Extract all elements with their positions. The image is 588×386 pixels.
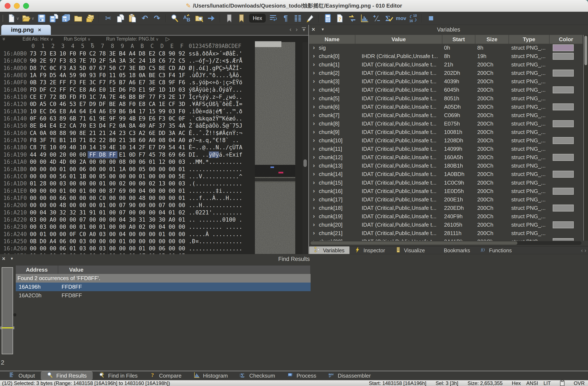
- hex-byte[interactable]: DF: [38, 86, 48, 93]
- hex-byte[interactable]: 00: [137, 231, 147, 238]
- hex-byte[interactable]: 05: [137, 166, 147, 173]
- hex-byte[interactable]: 56: [58, 173, 68, 180]
- undo-icon[interactable]: ↶: [140, 13, 150, 23]
- hex-byte[interactable]: 00: [48, 252, 58, 254]
- hex-byte[interactable]: D8: [98, 151, 107, 158]
- hex-byte[interactable]: 00: [137, 180, 147, 187]
- variable-row[interactable]: ›chunk[0]IHDR (Critical,Public,Unsafe t.…: [309, 52, 583, 61]
- cut-icon[interactable]: ✂: [103, 13, 113, 23]
- hex-byte[interactable]: 07: [88, 64, 98, 72]
- hex-ascii[interactable]: .ìÖè¤dä¦é¶´..™.ð: [189, 108, 242, 115]
- hex-byte[interactable]: 01: [68, 245, 78, 252]
- hex-ascii[interactable]: .......... .....: [189, 223, 242, 230]
- column-header-color[interactable]: Color: [549, 35, 583, 44]
- hex-byte[interactable]: 00: [68, 158, 78, 166]
- hex-byte[interactable]: 21: [117, 137, 127, 144]
- hex-byte[interactable]: 1A: [28, 72, 38, 79]
- hex-byte[interactable]: 01: [117, 238, 127, 245]
- hex-byte[interactable]: 00: [48, 180, 58, 187]
- hex-byte[interactable]: 00: [68, 180, 78, 187]
- hex-byte[interactable]: 9F: [108, 115, 117, 122]
- hex-byte[interactable]: 0A: [117, 122, 127, 129]
- hex-byte[interactable]: 00: [108, 209, 117, 216]
- hex-byte[interactable]: 04: [38, 209, 48, 216]
- hex-byte[interactable]: F7: [137, 151, 147, 158]
- convert-10-16-icon[interactable]: 1016: [408, 13, 418, 23]
- run-template-play-button[interactable]: ▷: [166, 36, 170, 42]
- hex-byte[interactable]: E4: [88, 108, 98, 115]
- hex-byte[interactable]: 00: [28, 194, 38, 202]
- hex-byte[interactable]: E7: [38, 93, 48, 101]
- hex-byte[interactable]: 67: [98, 64, 107, 72]
- hex-byte[interactable]: 00: [167, 158, 177, 166]
- hex-byte[interactable]: 46: [58, 101, 68, 108]
- copy-icon[interactable]: [115, 13, 126, 23]
- hex-byte[interactable]: 45: [147, 151, 157, 158]
- hex-byte[interactable]: C8: [28, 144, 38, 151]
- hex-byte[interactable]: FF: [58, 79, 68, 86]
- hex-byte[interactable]: 00: [167, 194, 177, 202]
- hex-byte[interactable]: C0: [78, 231, 88, 238]
- hex-byte[interactable]: 01: [177, 216, 187, 223]
- hex-byte[interactable]: 90: [28, 57, 38, 64]
- hex-byte[interactable]: 38: [127, 137, 137, 144]
- hex-byte[interactable]: 03: [58, 180, 68, 187]
- panel-tab-visualize[interactable]: Visualize: [390, 246, 430, 254]
- hex-byte[interactable]: CA: [68, 122, 78, 129]
- scroll-tabs-left-icon[interactable]: ‹: [581, 247, 583, 254]
- expand-icon[interactable]: ›: [313, 154, 315, 160]
- hex-byte[interactable]: 66: [177, 151, 187, 158]
- hex-byte[interactable]: 63: [48, 115, 58, 122]
- edit-as-dropdown[interactable]: Edit As: Hex ∨: [22, 36, 53, 42]
- hex-byte[interactable]: 12: [157, 158, 167, 166]
- hex-byte[interactable]: 00: [48, 202, 58, 209]
- hex-byte[interactable]: 00: [38, 158, 48, 166]
- hex-byte[interactable]: 78: [98, 50, 107, 57]
- hex-byte[interactable]: 00: [98, 158, 107, 166]
- hex-byte[interactable]: 83: [68, 57, 78, 64]
- hex-byte[interactable]: 03: [98, 245, 107, 252]
- expand-icon[interactable]: ›: [313, 95, 315, 102]
- hex-byte[interactable]: 4A: [58, 72, 68, 79]
- hex-byte[interactable]: 66: [58, 194, 68, 202]
- hex-byte[interactable]: 90: [78, 72, 88, 79]
- hex-byte[interactable]: 00: [98, 187, 107, 194]
- hex-byte[interactable]: 05: [98, 173, 107, 180]
- hex-byte[interactable]: 01: [137, 245, 147, 252]
- hex-byte[interactable]: 8E: [28, 122, 38, 129]
- hex-byte[interactable]: 08: [117, 158, 127, 166]
- hex-byte[interactable]: 24: [108, 129, 117, 137]
- variable-row[interactable]: ›chunk[10]IDAT (Critical,Public,Unsafe t…: [309, 136, 583, 145]
- hex-byte[interactable]: 00: [78, 151, 88, 158]
- hex-byte[interactable]: 5A: [108, 57, 117, 64]
- bookmark-ribbon-icon[interactable]: [435, 247, 441, 254]
- hex-byte[interactable]: 9E: [98, 115, 107, 122]
- expand-icon[interactable]: ›: [313, 112, 315, 118]
- hex-byte[interactable]: 00: [117, 194, 127, 202]
- hex-byte[interactable]: 00: [78, 252, 88, 254]
- hex-byte[interactable]: 02: [147, 180, 157, 187]
- hex-byte[interactable]: 01: [68, 173, 78, 180]
- hex-byte[interactable]: FF: [88, 151, 98, 158]
- list-icon[interactable]: [9, 372, 16, 380]
- hex-byte[interactable]: 18: [127, 72, 137, 79]
- hex-ascii[interactable]: .`c‰kqažŸ™Kéæó..: [189, 115, 242, 122]
- hex-byte[interactable]: 32: [68, 209, 78, 216]
- hex-byte[interactable]: 97: [48, 57, 58, 64]
- hex-ascii[interactable]: .¥ÀFSçÙß¾¨ðèÊ.Ï=: [189, 101, 242, 108]
- hex-byte[interactable]: 3C: [127, 57, 137, 64]
- hex-byte[interactable]: 01: [167, 209, 177, 216]
- column-header-value[interactable]: Value: [355, 35, 442, 44]
- hex-byte[interactable]: 32: [58, 209, 68, 216]
- hex-byte[interactable]: 06: [78, 166, 88, 173]
- hex-byte[interactable]: 01: [98, 180, 107, 187]
- hex-byte[interactable]: F8: [28, 137, 38, 144]
- bottom-tab-output[interactable]: Output: [3, 371, 41, 380]
- hex-byte[interactable]: D9: [88, 101, 98, 108]
- hex-byte[interactable]: B6: [117, 108, 127, 115]
- column-header-name[interactable]: Name: [309, 35, 355, 44]
- file-question-icon[interactable]: ?: [335, 13, 345, 23]
- hex-byte[interactable]: 44: [28, 151, 38, 158]
- hex-byte[interactable]: 00: [88, 173, 98, 180]
- hex-ascii[interactable]: .(..............: [189, 180, 242, 187]
